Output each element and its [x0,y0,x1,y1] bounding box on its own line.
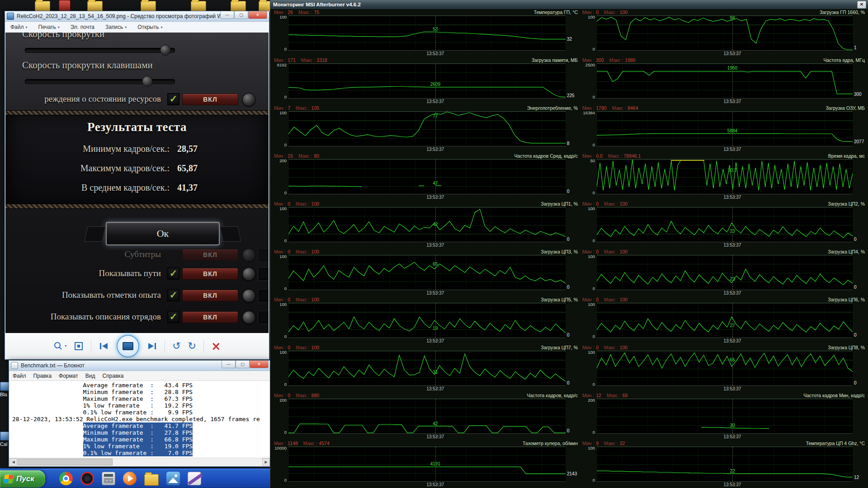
key-scroll-speed-slider[interactable] [25,79,175,84]
option-box[interactable] [259,268,269,280]
monitor-panel[interactable]: Мин :0Макс :880 Частота кадров, кадр/с 2… [273,392,579,440]
menu-file[interactable]: Файл▾ [10,24,28,30]
minimize-button[interactable]: — [222,361,236,368]
close-button[interactable]: ✕ [857,1,866,9]
next-button[interactable] [146,341,157,351]
slideshow-button[interactable] [117,335,139,357]
notepad-text-area[interactable]: Average framerate : 43.4 FPS Minimum fra… [9,381,270,458]
quick-launch-bar [52,471,201,486]
monitor-panel[interactable]: Мин :1780Макс :8464 Загрузка ОЗУ, МБ 163… [581,105,866,153]
windows-logo-icon [4,475,13,483]
monitor-panel[interactable]: Мин :7Макс :105 Энергопотребление, % 100… [273,105,579,153]
monitor-panel[interactable]: Мин :0Макс :100 Загрузка ГП 1660, % 1000… [581,9,866,57]
menu-view[interactable]: Вид [85,373,95,379]
checkbox-checked-icon[interactable]: ✓ [167,289,179,301]
previous-button[interactable] [99,341,109,351]
option-box[interactable] [259,311,269,324]
slider-knob[interactable] [160,45,171,56]
monitor-panel[interactable]: Мин :300Макс :1980 Частота ядра, МГц 250… [581,57,866,105]
chevron-down-icon: ▾ [65,344,66,348]
maximize-button[interactable]: ▢ [234,11,248,19]
monitor-panel[interactable]: Мин :0Макс :100 Загрузка ЦП5, % 1000 19 … [273,296,579,344]
zoom-button[interactable]: ▾ [53,341,66,351]
slider-knob[interactable] [142,76,153,87]
panel-plot: 19 [288,303,566,338]
panel-current-gutter: 12 [853,446,866,482]
menu-file[interactable]: Файл [13,373,26,379]
panel-y-axis: 1000 [581,255,597,290]
checkbox-checked-icon[interactable]: ✓ [167,311,179,323]
vkl-toggle-button[interactable]: ВКЛ [182,94,238,105]
rotate-cw-button[interactable]: ↻ [188,340,196,352]
knob-icon[interactable] [242,93,255,106]
monitor-panel[interactable]: Мин :9Макс :32 Температура ЦП 4 Ghz, °C … [581,440,866,488]
scroll-right-arrow[interactable]: ▶ [262,458,270,466]
knob-icon[interactable] [242,267,255,281]
monitor-panel[interactable]: Мин :171Макс :3318 Загрузка памяти, МБ 8… [273,57,579,105]
browser-icon[interactable] [80,472,94,485]
monitor-panel[interactable]: Мин :0Макс :100 Загрузка ЦП6, % 1000 27 … [581,296,866,344]
monitor-panel[interactable]: Мин :12Макс :69 Частота кадров Мин, кадр… [581,392,866,440]
checkbox-checked-icon[interactable]: ✓ [167,93,179,105]
knob-icon[interactable] [242,249,255,262]
start-button[interactable]: Пуск [0,470,45,488]
vkl-toggle-button[interactable]: ВКЛ [182,249,238,261]
close-button[interactable]: ✕ [248,11,267,19]
graph-line [597,303,853,338]
photo-viewer-titlebar[interactable]: RelicCoH2_2023_12_28_13_54_16_509.png - … [5,11,269,22]
horizontal-scrollbar[interactable]: ◀ ▶ [9,458,270,466]
value-label: 42 [433,421,438,426]
panel-time-row: 13:53:37 [273,482,579,488]
panel-y-axis: 25000 [581,63,597,99]
close-button[interactable]: ✕ [250,361,269,368]
option-box[interactable] [259,290,269,302]
monitor-panel[interactable]: Мин :0Макс :100 Загрузка ЦП1, % 1000 42 … [273,201,579,249]
monitor-panel[interactable]: Мин :0Макс :100 Загрузка ЦП4, % 1000 23 … [581,249,866,296]
monitor-panel[interactable]: Мин :15Макс :80 Частота кадров Сред, кад… [273,153,579,201]
menu-format[interactable]: Формат [59,373,78,379]
menu-burn[interactable]: Запись▾ [105,24,127,30]
current-value: 8 [567,141,570,146]
editor-icon[interactable] [188,472,201,485]
folder-icon[interactable] [144,474,159,486]
current-value: 0 [854,333,857,338]
knob-icon[interactable] [242,289,255,302]
rotate-ccw-button[interactable]: ↺ [172,340,180,352]
media-player-icon[interactable] [123,472,137,485]
option-box[interactable] [259,249,269,261]
image-viewer-icon[interactable] [166,472,180,485]
menu-print[interactable]: Печать▾ [38,24,60,30]
knob-icon[interactable] [242,311,255,324]
delete-button[interactable]: × [211,339,221,353]
maximize-button[interactable]: ▢ [236,361,250,368]
minimize-button[interactable]: — [220,11,234,19]
menu-help[interactable]: Справка [102,373,123,379]
chevron-down-icon: ▾ [160,25,162,29]
menu-email[interactable]: Эл. почта [71,24,94,30]
calculator-icon[interactable] [102,472,115,485]
scrollbar-thumb[interactable] [18,459,113,465]
monitor-panel[interactable]: Мин :26Макс :75 Температура ГП, °C 1000 … [273,9,579,57]
ok-button[interactable]: Ок [106,222,220,245]
notepad-titlebar[interactable]: Benchmark.txt — Блокнот — ▢ ✕ [9,361,270,371]
current-value: 0 [567,189,570,194]
afterburner-titlebar[interactable]: Мониторинг MSI Afterburner v4.6.2 ✕ [270,0,868,9]
checkbox-checked-icon[interactable]: ✓ [167,267,179,280]
chrome-icon[interactable] [59,472,73,485]
fit-to-window-button[interactable] [74,341,84,351]
menu-edit[interactable]: Правка [33,373,52,379]
graph-line [288,207,566,242]
scroll-speed-slider[interactable] [25,48,175,53]
vkl-toggle-button[interactable]: ВКЛ [182,268,238,280]
monitor-panel[interactable]: Мин :0Макс :100 Загрузка ЦП2, % 1000 23 … [581,201,866,249]
monitor-panel[interactable]: Мин :1148Макс :4574 Тахометр кулера, об/… [273,440,579,488]
vkl-toggle-button[interactable]: ВКЛ [182,311,238,323]
monitor-panel[interactable]: Мин :0Макс :100 Загрузка ЦП7, % 1000 31 … [273,344,579,392]
menu-open[interactable]: Открыть▾ [137,24,162,30]
monitor-panel[interactable]: Мин :0Макс :100 Загрузка ЦП8, % 1000 65 … [581,344,866,392]
scroll-left-arrow[interactable]: ◀ [9,458,17,466]
monitor-panel[interactable]: Мин :0Макс :100 Загрузка ЦП3, % 1000 65 … [273,249,579,296]
vkl-toggle-button[interactable]: ВКЛ [182,290,238,301]
panel-body: 1000 42 0 [273,207,579,242]
monitor-panel[interactable]: Мин :0.0Макс :78946.1 Время кадра, мс 50… [581,153,866,201]
